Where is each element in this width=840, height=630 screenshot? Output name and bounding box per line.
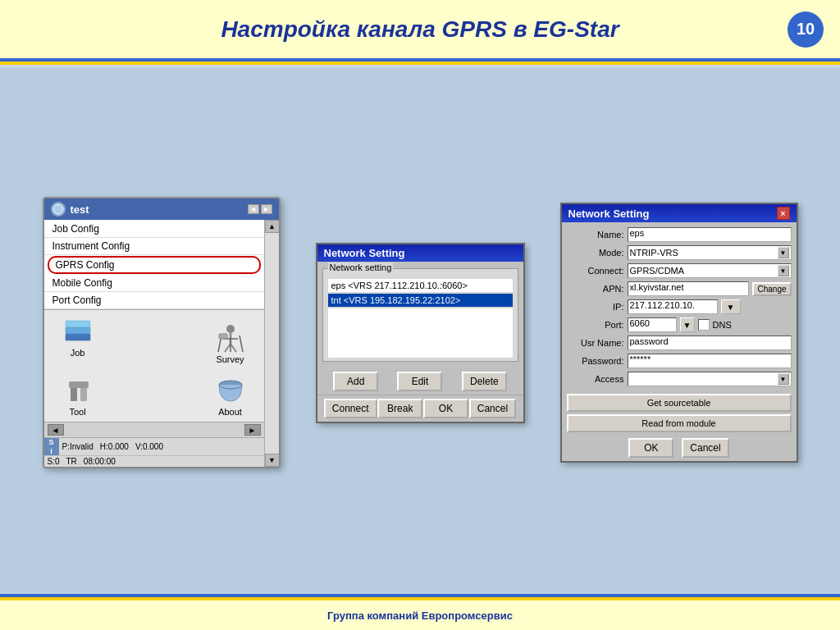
scroll-down[interactable]: ▼: [265, 454, 280, 467]
icon-item-about[interactable]: About: [202, 374, 259, 417]
connect-label: Connect:: [567, 266, 624, 276]
name-input[interactable]: eps: [628, 227, 792, 242]
device-screen: Job Config Instrument Config GPRS Config…: [44, 220, 279, 467]
password-label: Password:: [567, 356, 624, 366]
network-form-titlebar: Network Setting ×: [562, 204, 797, 222]
status-p: P:Invalid: [62, 442, 94, 451]
close-button[interactable]: ×: [777, 207, 790, 220]
form-cancel-button[interactable]: Cancel: [682, 438, 728, 458]
connect-row: Connect: GPRS/CDMA ▼: [562, 262, 797, 280]
form-ok-cancel: OK Cancel: [562, 435, 797, 461]
usr-input[interactable]: password: [628, 336, 792, 350]
ok-button[interactable]: OK: [423, 399, 468, 418]
add-button[interactable]: Add: [333, 372, 378, 391]
device-menu: Job Config Instrument Config GPRS Config…: [44, 220, 264, 310]
main-content: test ◄ ► Job Config Instrument Config GP…: [0, 68, 840, 597]
mode-dropdown-arrow[interactable]: ▼: [778, 247, 789, 258]
svg-rect-2: [66, 327, 90, 334]
device-nav-left[interactable]: ◄: [248, 204, 259, 214]
device-nav-right[interactable]: ►: [261, 204, 272, 214]
port-dropdown[interactable]: ▼: [680, 317, 695, 332]
device-header: test ◄ ►: [44, 199, 279, 220]
device-scrollbar: ▲ ▼: [264, 220, 279, 467]
access-dropdown-arrow[interactable]: ▼: [778, 373, 789, 385]
job-label: Job: [71, 348, 85, 358]
status-badges: S I: [44, 438, 59, 455]
svg-line-7: [225, 344, 231, 352]
access-select[interactable]: ▼: [628, 372, 792, 386]
name-label: Name:: [567, 230, 624, 240]
get-sourcetable-button[interactable]: Get sourcetable: [567, 394, 792, 412]
svg-rect-1: [66, 334, 90, 340]
nav-prev-arrow[interactable]: ◄: [48, 424, 64, 436]
icon-item-survey[interactable]: Survey: [202, 322, 259, 364]
svg-point-4: [226, 325, 235, 333]
icon-item-job[interactable]: Job: [49, 315, 107, 364]
apn-label: APN:: [567, 284, 624, 294]
menu-item-job-config[interactable]: Job Config: [44, 220, 264, 238]
status-v: V:0.000: [135, 442, 163, 451]
menu-item-gprs-config[interactable]: GPRS Config: [48, 256, 261, 274]
delete-button[interactable]: Delete: [462, 372, 507, 391]
read-from-module-button[interactable]: Read from module: [567, 414, 792, 432]
network-group: Network setting eps <VRS 217.112.210.10.…: [322, 268, 518, 362]
svg-point-0: [53, 204, 63, 214]
mode-label: Mode:: [567, 248, 624, 258]
about-icon: [214, 374, 247, 407]
device-title: test: [71, 203, 89, 216]
name-row: Name: eps: [562, 226, 797, 244]
svg-line-10: [240, 336, 243, 352]
tool-icon: [62, 374, 94, 407]
dns-checkbox[interactable]: [698, 319, 710, 331]
tool-label: Tool: [69, 407, 85, 417]
connect-button[interactable]: Connect: [324, 399, 377, 418]
menu-item-instrument-config[interactable]: Instrument Config: [44, 238, 264, 255]
connect-dropdown-arrow[interactable]: ▼: [778, 265, 789, 276]
usr-row: Usr Name: password: [562, 334, 797, 352]
device-logo-icon: [51, 202, 66, 217]
change-button[interactable]: Change: [752, 282, 791, 296]
dns-label: DNS: [713, 320, 732, 330]
port-label: Port:: [567, 320, 624, 330]
network-list-bottom-buttons: Connect Break OK Cancel: [317, 395, 523, 422]
ip-row: IP: 217.112.210.10. ▼: [562, 298, 797, 316]
access-label: Access: [567, 374, 624, 384]
ip-dropdown[interactable]: ▼: [721, 299, 741, 314]
apn-input[interactable]: xl.kyivstar.net: [628, 281, 750, 296]
svg-rect-3: [66, 321, 90, 327]
port-input[interactable]: 6060: [628, 317, 677, 332]
cancel-button[interactable]: Cancel: [469, 399, 516, 418]
status-bar-2: S:0 TR 08:00:00: [44, 455, 264, 467]
device-nav-bar: ◄ ►: [44, 422, 264, 437]
break-button[interactable]: Break: [377, 399, 422, 418]
menu-item-port-config[interactable]: Port Config: [44, 292, 264, 309]
icon-item-tool[interactable]: Tool: [49, 374, 107, 417]
network-form-title: Network Setting: [568, 208, 650, 220]
edit-button[interactable]: Edit: [397, 372, 442, 391]
form-ok-button[interactable]: OK: [628, 438, 673, 458]
ip-input[interactable]: 217.112.210.10.: [628, 299, 718, 314]
network-list-item-1[interactable]: tnt <VRS 195.182.195.22:2102>: [328, 294, 513, 307]
password-input[interactable]: ******: [628, 354, 792, 368]
network-form-panel: Network Setting × Name: eps Mode: NTRIP-…: [560, 203, 798, 463]
survey-label: Survey: [216, 354, 244, 364]
status-bar: S I P:Invalid H:0.000 V:0.000: [44, 437, 264, 455]
scroll-up[interactable]: ▲: [265, 220, 280, 233]
connect-select[interactable]: GPRS/CDMA ▼: [628, 263, 792, 278]
form-fields: Name: eps Mode: NTRIP-VRS ▼ Connect: GPR…: [562, 222, 797, 391]
footer-text: Группа компаний Европромсервис: [327, 609, 513, 622]
menu-item-mobile-config[interactable]: Mobile Config: [44, 275, 264, 292]
device-panel: test ◄ ► Job Config Instrument Config GP…: [43, 197, 281, 468]
usr-label: Usr Name:: [567, 338, 624, 348]
network-list-item-0[interactable]: eps <VRS 217.112.210.10.:6060>: [328, 279, 513, 292]
network-list-titlebar: Network Setting: [317, 244, 523, 262]
mode-select[interactable]: NTRIP-VRS ▼: [628, 245, 792, 260]
network-list-title: Network Setting: [324, 247, 405, 259]
status-s0: S:0: [48, 457, 60, 466]
status-tr: TR: [66, 457, 77, 466]
footer: Группа компаний Европромсервис: [0, 597, 840, 630]
nav-next-arrow[interactable]: ►: [244, 424, 261, 436]
status-time: 08:00:00: [84, 457, 116, 466]
survey-icon: [214, 322, 247, 354]
svg-rect-15: [69, 381, 89, 388]
